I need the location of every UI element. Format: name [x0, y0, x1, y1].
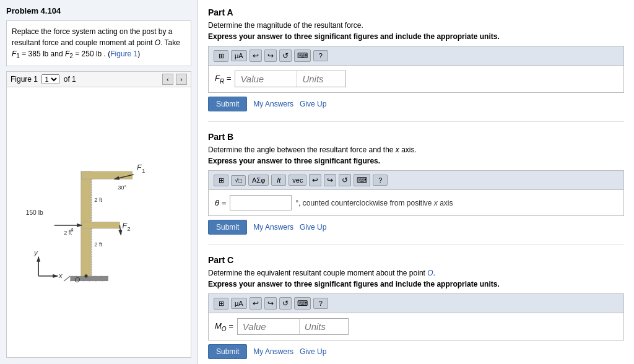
part-c-value-input[interactable]	[237, 318, 299, 335]
svg-text:2 ft: 2 ft	[94, 197, 102, 203]
part-b-angle-input[interactable]	[230, 195, 292, 210]
figure-box: Figure 1 1 of 1 ‹ ›	[6, 71, 191, 358]
part-c-toolbar: ⊞ μA ↩ ↪ ↺ ⌨ ?	[208, 293, 624, 313]
part-c-submit-btn[interactable]: Submit	[208, 344, 247, 359]
part-a-actions: Submit My Answers Give Up	[208, 97, 624, 111]
part-b-toolbar: ⊞ √□ AΣφ It vec ↩ ↪ ↺ ⌨ ?	[208, 170, 624, 189]
right-panel: Part A Determine the magnitude of the re…	[198, 0, 634, 364]
svg-text:4: 4	[70, 227, 73, 233]
keyboard-btn-b[interactable]: ⌨	[354, 174, 370, 186]
part-a-give-up-link[interactable]: Give Up	[300, 100, 326, 108]
svg-text:x: x	[58, 272, 63, 279]
it-btn-b[interactable]: It	[271, 175, 286, 186]
problem-description: Replace the force system acting on the p…	[6, 20, 191, 66]
part-a-value-input[interactable]	[235, 71, 297, 87]
figure-prev-btn[interactable]: ‹	[162, 74, 173, 85]
mu-btn-a[interactable]: μA	[231, 50, 247, 61]
part-b-angle-suffix: °, counted counterclockwise from positiv…	[295, 199, 453, 207]
part-b-my-answers-link[interactable]: My Answers	[253, 223, 293, 232]
part-a-my-answers-link[interactable]: My Answers	[253, 100, 293, 108]
keyboard-btn-c[interactable]: ⌨	[294, 297, 311, 310]
left-panel: Problem 4.104 Replace the force system a…	[0, 0, 198, 364]
figure-next-btn[interactable]: ›	[176, 74, 187, 85]
svg-text:150 lb: 150 lb	[26, 209, 43, 216]
part-c-section: Part C Determine the equivalent resultan…	[208, 255, 624, 364]
figure-svg: F 1 30° 150 lb 2 ft 2 ft 2 ft 4 F	[7, 87, 191, 357]
vec-btn-b[interactable]: vec	[289, 175, 306, 186]
part-a-units-input[interactable]	[297, 71, 346, 87]
part-c-units-input[interactable]	[299, 318, 349, 335]
figure-content: F 1 30° 150 lb 2 ft 2 ft 2 ft 4 F	[7, 87, 191, 357]
part-b-section: Part B Determine the angle between the r…	[208, 132, 624, 245]
part-c-give-up-link[interactable]: Give Up	[300, 347, 326, 356]
part-c-actions: Submit My Answers Give Up	[208, 344, 624, 359]
figure-link[interactable]: Figure 1	[110, 50, 137, 58]
keyboard-btn-a[interactable]: ⌨	[294, 50, 311, 62]
mu-btn-c[interactable]: μA	[231, 298, 247, 309]
sigma-btn-b[interactable]: AΣφ	[248, 175, 269, 186]
figure-select[interactable]: 1	[41, 74, 59, 84]
svg-text:30°: 30°	[118, 184, 126, 191]
part-a-instruction: Express your answer to three significant…	[208, 32, 624, 41]
redo-btn-b[interactable]: ↪	[324, 174, 336, 186]
part-b-input-label: θ =	[215, 198, 226, 207]
svg-rect-11	[82, 222, 119, 228]
part-b-submit-btn[interactable]: Submit	[208, 220, 247, 235]
help-btn-c[interactable]: ?	[313, 298, 328, 309]
part-b-description: Determine the angle between the resultan…	[208, 145, 624, 154]
figure-nav: ‹ ›	[162, 74, 187, 85]
part-c-description: Determine the equivalent resultant coupl…	[208, 269, 624, 277]
redo-btn-c[interactable]: ↪	[264, 297, 277, 310]
undo-btn-c[interactable]: ↩	[250, 297, 262, 310]
part-a-submit-btn[interactable]: Submit	[208, 97, 247, 111]
part-a-description: Determine the magnitude of the resultant…	[208, 21, 624, 30]
svg-text:1: 1	[142, 168, 145, 174]
svg-text:2 ft: 2 ft	[94, 241, 102, 248]
help-btn-b[interactable]: ?	[373, 175, 388, 186]
grid-btn-b[interactable]: ⊞	[214, 175, 228, 186]
undo-btn-a[interactable]: ↩	[250, 50, 262, 62]
part-b-input-area: θ = °, counted counterclockwise from pos…	[208, 189, 624, 216]
svg-point-32	[84, 275, 87, 278]
part-a-section: Part A Determine the magnitude of the re…	[208, 7, 624, 122]
undo-btn-b[interactable]: ↩	[309, 174, 321, 186]
reset-btn-a[interactable]: ↺	[279, 50, 292, 62]
part-c-input-label: MO =	[215, 321, 233, 332]
part-b-instruction: Express your answer to three significant…	[208, 157, 624, 165]
part-a-toolbar: ⊞ μA ↩ ↪ ↺ ⌨ ?	[208, 46, 624, 65]
svg-text:2: 2	[128, 227, 131, 233]
part-c-title: Part C	[208, 255, 624, 265]
part-a-input-label: FR =	[215, 74, 231, 85]
grid-btn-a[interactable]: ⊞	[214, 50, 228, 62]
reset-btn-b[interactable]: ↺	[339, 174, 351, 186]
svg-rect-10	[82, 171, 132, 179]
part-b-give-up-link[interactable]: Give Up	[300, 223, 326, 232]
redo-btn-a[interactable]: ↪	[264, 50, 277, 62]
figure-label: Figure 1 1 of 1	[11, 74, 76, 84]
part-b-title: Part B	[208, 132, 624, 142]
part-b-actions: Submit My Answers Give Up	[208, 220, 624, 235]
sqrt-btn-b[interactable]: √□	[231, 175, 246, 186]
part-c-instruction: Express your answer to three significant…	[208, 280, 624, 288]
part-a-input-area: FR =	[208, 65, 624, 93]
part-c-my-answers-link[interactable]: My Answers	[253, 347, 293, 356]
figure-header: Figure 1 1 of 1 ‹ ›	[7, 72, 191, 87]
part-c-input-area: MO =	[208, 313, 624, 340]
reset-btn-c[interactable]: ↺	[279, 297, 292, 310]
part-a-title: Part A	[208, 7, 624, 17]
problem-title: Problem 4.104	[6, 6, 191, 15]
help-btn-a[interactable]: ?	[313, 50, 328, 61]
grid-btn-c[interactable]: ⊞	[214, 298, 228, 310]
svg-text:O: O	[75, 276, 80, 284]
